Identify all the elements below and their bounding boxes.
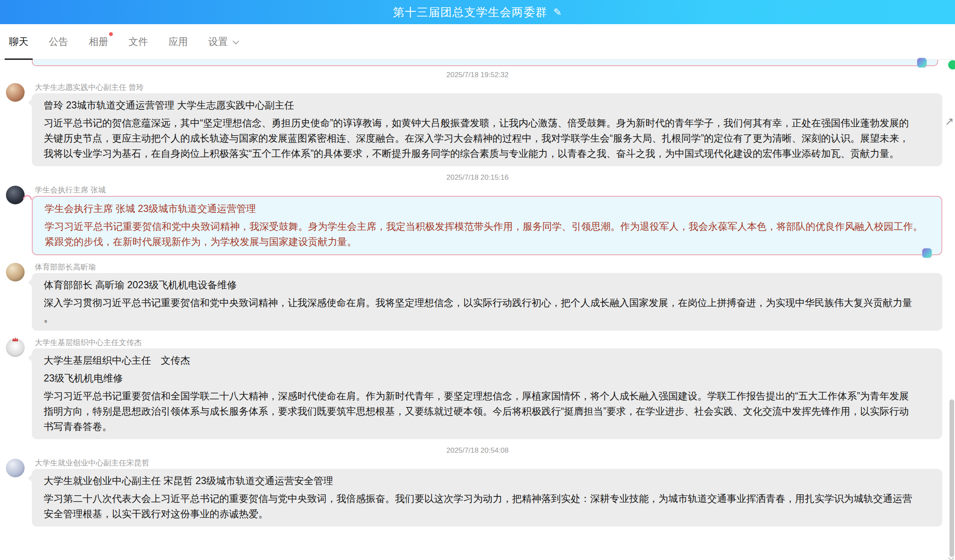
message-line: 学生会执行主席 张城 23级城市轨道交通运营管理 — [45, 201, 924, 216]
message-line: 大学生就业创业中心副主任 宋昆哲 23级城市轨道交通运营安全管理 — [44, 473, 917, 488]
sticker-emoji-icon[interactable] — [922, 248, 932, 258]
timestamp-divider: 2025/7/18 20:54:08 — [0, 446, 955, 455]
tab-files[interactable]: 文件 — [128, 24, 149, 59]
tab-settings-label: 设置 — [208, 35, 228, 48]
group-title: 第十三届团总支学生会两委群 — [393, 5, 547, 20]
message-row: 大学生基层组织中心主任文传杰 大学生基层组织中心主任 文传杰 23级飞机机电维修… — [0, 337, 942, 439]
tab-settings[interactable]: 设置 — [207, 24, 238, 59]
edit-title-icon[interactable]: ✎ — [553, 6, 562, 18]
sender-name: 学生会执行主席 张城 — [35, 185, 942, 195]
sender-name: 大学生基层组织中心主任文传杰 — [35, 337, 942, 348]
avatar[interactable] — [6, 186, 25, 204]
tab-files-label: 文件 — [129, 35, 148, 48]
sender-name: 体育部部长高昕瑜 — [35, 262, 942, 272]
scrollbar-thumb[interactable] — [949, 399, 954, 557]
tab-apps-label: 应用 — [168, 35, 188, 48]
sender-name: 大学生志愿实践中心副主任 曾玲 — [35, 82, 942, 92]
message-bubble: 曾玲 23城市轨道交通运营管理 大学生志愿实践中心副主任 习近平总书记的贺信意蕴… — [32, 93, 942, 166]
message-bubble: 大学生基层组织中心主任 文传杰 23级飞机机电维修 学习习近平总书记重要贺信和全… — [32, 348, 942, 439]
message-line: 深入学习贯彻习近平总书记重要贺信和党中央致词精神，让我深感使命在肩。我将坚定理想… — [44, 295, 917, 326]
avatar[interactable] — [6, 459, 25, 477]
chevron-down-icon — [232, 38, 239, 45]
tab-announcement-label: 公告 — [49, 35, 68, 48]
message-row-highlighted: 学生会执行主席 张城 学生会执行主席 张城 23级城市轨道交通运营管理 学习习近… — [0, 185, 942, 255]
message-line: 学习习近平总书记重要贺信和党中央致词精神，我深受鼓舞。身为学生会主席，我定当积极… — [45, 219, 924, 249]
message-line: 习近平总书记的贺信意蕴深远，其中“坚定理想信念、勇担历史使命”的谆谆教诲，如黄钟… — [44, 115, 917, 161]
tab-album[interactable]: 相册 — [88, 24, 109, 59]
chat-message-list: ↗ 2025/7/18 19:52:32 大学生志愿实践中心副主任 曾玲 曾玲 … — [0, 60, 955, 527]
tab-chat-label: 聊天 — [9, 35, 28, 48]
avatar[interactable] — [6, 83, 25, 102]
avatar[interactable] — [6, 263, 25, 281]
timestamp-divider: 2025/7/18 20:15:16 — [0, 173, 955, 182]
message-line: 曾玲 23城市轨道交通运营管理 大学生志愿实践中心副主任 — [44, 98, 917, 113]
red-dot-badge — [109, 32, 113, 36]
message-line: 大学生基层组织中心主任 文传杰 — [44, 353, 917, 368]
message-line: 学习习近平总书记重要贺信和全国学联二十八大精神，深感时代使命在肩。作为新时代青年… — [44, 388, 917, 434]
sticker-emoji-icon[interactable] — [917, 58, 927, 68]
tab-chat[interactable]: 聊天 — [8, 24, 29, 59]
message-line: 23级飞机机电维修 — [44, 371, 917, 386]
avatar[interactable] — [6, 338, 25, 357]
group-tab-bar: 聊天 公告 相册 文件 应用 设置 — [0, 24, 955, 60]
jump-arrow-icon[interactable]: ↗ — [945, 116, 954, 127]
message-bubble: 体育部部长 高昕瑜 2023级飞机机电设备维修 深入学习贯彻习近平总书记重要贺信… — [32, 273, 942, 331]
group-title-bar: 第十三届团总支学生会两委群 ✎ — [0, 0, 955, 24]
tab-album-label: 相册 — [89, 35, 108, 48]
message-row: 体育部部长高昕瑜 体育部部长 高昕瑜 2023级飞机机电设备维修 深入学习贯彻习… — [0, 262, 942, 331]
message-line: 学习第二十八次代表大会上习近平总书记的重要贺信与党中央致词，我倍感振奋。我们要以… — [44, 491, 917, 521]
message-row: 大学生志愿实践中心副主任 曾玲 曾玲 23城市轨道交通运营管理 大学生志愿实践中… — [0, 82, 942, 166]
sender-name: 大学生就业创业中心副主任宋昆哲 — [35, 458, 942, 468]
message-bubble: 大学生就业创业中心副主任 宋昆哲 23级城市轨道交通运营安全管理 学习第二十八次… — [32, 469, 942, 527]
tab-announcement[interactable]: 公告 — [48, 24, 69, 59]
message-bubble-highlighted: 学生会执行主席 张城 23级城市轨道交通运营管理 学习习近平总书记重要贺信和党中… — [32, 196, 942, 255]
message-line: 体育部部长 高昕瑜 2023级飞机机电设备维修 — [44, 277, 917, 293]
message-row: 大学生就业创业中心副主任宋昆哲 大学生就业创业中心副主任 宋昆哲 23级城市轨道… — [0, 458, 942, 527]
tab-apps[interactable]: 应用 — [168, 24, 189, 59]
message-bubble-partial — [32, 60, 938, 66]
timestamp-divider: 2025/7/18 19:52:32 — [0, 70, 955, 80]
